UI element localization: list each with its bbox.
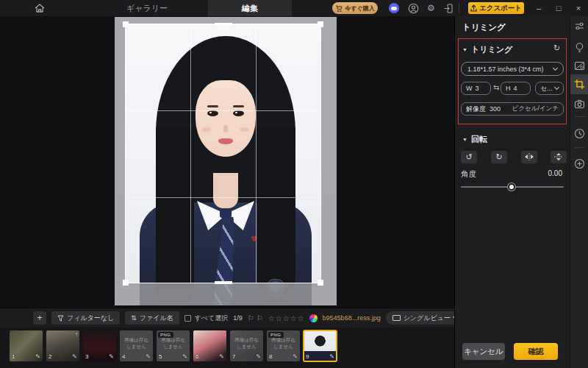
- lightbulb-icon[interactable]: [574, 42, 585, 53]
- crop-handle-bottom-left[interactable]: [123, 280, 129, 286]
- select-all-checkbox[interactable]: すべて選択: [184, 314, 229, 323]
- export-upload-icon: [470, 4, 477, 12]
- close-button[interactable]: ×: [570, 0, 587, 16]
- export-button[interactable]: エクスポート: [468, 2, 524, 14]
- missing-image-text: 画像は存在しません: [157, 336, 190, 350]
- crop-handle-bottom[interactable]: [215, 281, 232, 284]
- crop-handle-top-right[interactable]: [318, 21, 323, 27]
- login-icon[interactable]: [443, 3, 454, 14]
- crop-handle-top-left[interactable]: [123, 21, 129, 27]
- crop-preset-select[interactable]: 1.18*1.57 inches (3*4 cm): [461, 62, 564, 76]
- star-rating[interactable]: ☆ ☆ ☆ ☆ ☆: [268, 314, 304, 322]
- funnel-icon: [57, 315, 64, 322]
- strip-divider: [575, 147, 584, 148]
- confirm-button[interactable]: 確認: [514, 343, 558, 360]
- flag-icon[interactable]: ⚐: [248, 314, 254, 322]
- unit-select[interactable]: セ...: [535, 82, 564, 95]
- star-icon[interactable]: ☆: [276, 314, 282, 322]
- crop-tool-icon[interactable]: [574, 79, 585, 90]
- thumb-number: 6: [196, 353, 198, 360]
- crop-handle-top[interactable]: [215, 23, 232, 26]
- resolution-input[interactable]: 解像度 300 ピクセル/インチ: [461, 102, 564, 116]
- crop-reset-icon[interactable]: ↻: [553, 43, 560, 53]
- edit-pencil-icon[interactable]: ✎: [293, 353, 298, 360]
- chevron-down-icon: [553, 65, 558, 70]
- filter-button[interactable]: フィルターなし: [51, 311, 120, 325]
- camera-icon[interactable]: [574, 99, 585, 110]
- filmstrip-thumb[interactable]: 画像は存在しません7✎: [230, 330, 263, 361]
- strip-divider: [575, 116, 584, 117]
- edit-pencil-icon[interactable]: ✎: [35, 353, 40, 360]
- view-mode-button[interactable]: シングルビュー: [386, 311, 464, 325]
- adjustments-icon[interactable]: [574, 21, 585, 32]
- crop-width-input[interactable]: W 3: [461, 82, 491, 95]
- rotate-section-header[interactable]: ▼ 回転: [462, 134, 487, 145]
- missing-image-text: 画像は存在しません: [267, 336, 300, 350]
- crop-height-input[interactable]: H 4: [501, 82, 531, 95]
- rotate-left-button[interactable]: ↺: [461, 151, 477, 163]
- flag-rating[interactable]: ⚐ ⚐: [248, 314, 263, 322]
- filmstrip-thumb[interactable]: ↑2✎: [46, 330, 79, 361]
- crop-section-header[interactable]: ▼ トリミング: [462, 44, 512, 55]
- titlebar-separator: [459, 4, 459, 13]
- color-label-icon[interactable]: [309, 314, 318, 322]
- photo-being-cropped[interactable]: ♥: [115, 17, 337, 305]
- crop-rectangle[interactable]: [125, 24, 321, 283]
- star-icon[interactable]: ☆: [290, 314, 297, 322]
- account-icon[interactable]: [408, 3, 419, 14]
- crop-grid-line: [126, 110, 320, 111]
- discord-icon[interactable]: [389, 3, 399, 13]
- cancel-button[interactable]: キャンセル: [462, 343, 505, 360]
- single-view-icon: [392, 315, 401, 321]
- missing-image-text: 画像は存在しません: [230, 336, 263, 350]
- star-icon[interactable]: ☆: [268, 314, 275, 322]
- filmstrip: 1✎↑2✎3✎画像は存在しません4✎PNG画像は存在しません5✎6✎画像は存在し…: [0, 328, 454, 368]
- star-icon[interactable]: ☆: [298, 314, 304, 322]
- filmstrip-thumb[interactable]: 画像は存在しません4✎: [120, 330, 153, 361]
- effects-icon[interactable]: [574, 60, 585, 71]
- flip-vertical-button[interactable]: [551, 151, 567, 163]
- rotate-right-button[interactable]: ↻: [491, 151, 507, 163]
- thumb-number: 7: [232, 353, 235, 360]
- edit-pencil-icon[interactable]: ✎: [256, 353, 261, 360]
- filmstrip-thumb[interactable]: 9✎: [304, 330, 337, 361]
- angle-label: 角度: [461, 169, 476, 180]
- thumb-number: 5: [159, 353, 162, 360]
- home-button[interactable]: [33, 2, 46, 14]
- edit-pencil-icon[interactable]: ✎: [146, 353, 151, 360]
- angle-slider-handle[interactable]: [508, 183, 515, 191]
- angle-slider[interactable]: [461, 186, 564, 188]
- edit-pencil-icon[interactable]: ✎: [329, 353, 334, 360]
- sort-by-filename-button[interactable]: ⇅ ファイル名: [125, 311, 179, 325]
- flip-horizontal-button[interactable]: [521, 151, 537, 163]
- chevron-down-icon: [554, 85, 559, 90]
- cart-icon: [335, 5, 343, 12]
- add-photo-button[interactable]: +: [33, 311, 46, 325]
- caret-down-icon: ▼: [462, 137, 467, 142]
- history-clock-icon[interactable]: [574, 128, 585, 139]
- swap-dimensions-icon[interactable]: ⇆: [493, 83, 499, 91]
- edit-pencil-icon[interactable]: ✎: [109, 353, 114, 360]
- edit-pencil-icon[interactable]: ✎: [182, 353, 187, 360]
- tab-gallery[interactable]: ギャラリー: [110, 0, 184, 16]
- thumb-number: 1: [12, 353, 15, 360]
- buy-now-button[interactable]: 今すぐ購入: [332, 2, 378, 14]
- filmstrip-thumb[interactable]: PNG画像は存在しません5✎: [157, 330, 190, 361]
- crop-handle-bottom-right[interactable]: [318, 280, 323, 286]
- maximize-button[interactable]: □: [551, 0, 567, 16]
- crop-panel: トリミング ▼ トリミング ↻ 1.18*1.57 inches (3*4 cm…: [454, 16, 570, 368]
- edit-pencil-icon[interactable]: ✎: [219, 353, 224, 360]
- settings-gear-icon[interactable]: ⚙: [426, 3, 437, 14]
- filmstrip-thumb[interactable]: 6✎: [193, 330, 226, 361]
- add-tool-icon[interactable]: [574, 158, 585, 169]
- filmstrip-thumb[interactable]: PNG画像は存在しません8✎: [267, 330, 300, 361]
- crop-grid-line: [126, 197, 320, 198]
- filmstrip-thumb[interactable]: 1✎: [10, 330, 43, 361]
- minimize-button[interactable]: –: [531, 0, 547, 16]
- tab-edit[interactable]: 編集: [208, 0, 292, 16]
- edit-pencil-icon[interactable]: ✎: [72, 353, 77, 360]
- filmstrip-thumb[interactable]: 3✎: [83, 330, 116, 361]
- editor-canvas: ♥: [0, 16, 454, 308]
- star-icon[interactable]: ☆: [283, 314, 290, 322]
- flag-icon[interactable]: ⚐: [257, 314, 263, 322]
